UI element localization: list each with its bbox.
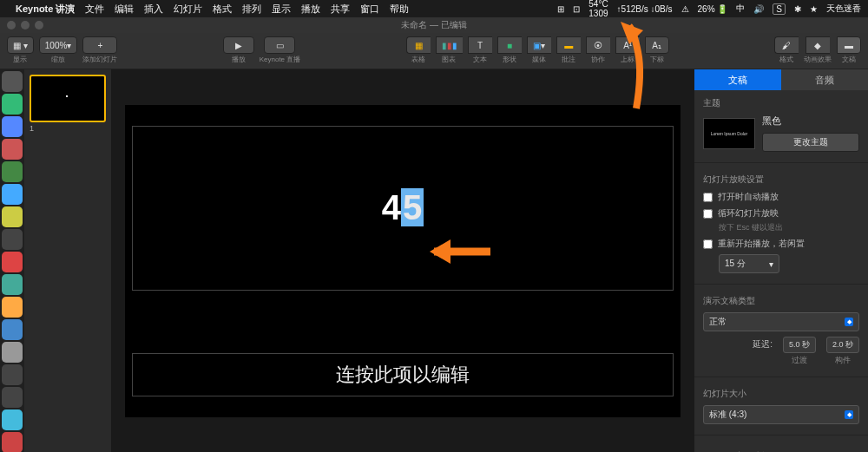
slide-navigator[interactable]: 1 xyxy=(24,69,111,452)
title-text[interactable]: 4 xyxy=(382,188,401,226)
subscript-button[interactable]: A₁下标 xyxy=(645,36,669,64)
loop-checkbox[interactable] xyxy=(703,209,713,219)
dock-app-icon[interactable] xyxy=(2,387,23,408)
macos-dock[interactable] xyxy=(0,69,24,452)
collab-button[interactable]: ⦿协作 xyxy=(586,36,610,64)
chart-button[interactable]: ▮▮▮图表 xyxy=(436,36,463,64)
comment-button[interactable]: ▬批注 xyxy=(556,36,581,64)
slideshow-heading: 幻灯片放映设置 xyxy=(703,174,859,186)
zoom-select[interactable]: 100% ▾缩放 xyxy=(39,36,78,64)
menu-file[interactable]: 文件 xyxy=(85,3,104,16)
dock-app-icon[interactable] xyxy=(2,364,23,385)
traffic-lights[interactable] xyxy=(7,21,43,29)
menu-edit[interactable]: 编辑 xyxy=(115,3,134,16)
dock-app-icon[interactable] xyxy=(2,342,23,363)
play-button[interactable]: ▶播放 xyxy=(223,36,254,64)
dock-app-icon[interactable] xyxy=(2,161,23,182)
selected-text[interactable]: 5 xyxy=(401,188,424,226)
dock-app-icon[interactable] xyxy=(2,94,23,115)
dock-app-icon[interactable] xyxy=(2,229,23,250)
macos-menubar: Keynote 讲演 文件 编辑 插入 幻灯片 格式 排列 显示 播放 共享 窗… xyxy=(0,0,868,17)
superscript-button[interactable]: A¹上标 xyxy=(615,36,640,64)
slide-size-select[interactable]: 标准 (4:3)◆ xyxy=(703,405,859,424)
window-title: 未命名 — 已编辑 xyxy=(401,19,467,31)
dock-app-icon[interactable] xyxy=(2,274,23,295)
presentation-type-select[interactable]: 正常◆ xyxy=(703,312,859,331)
inspector-pane: 文稿 音频 主题 Lorem Ipsum Dolor 黑色 更改主题 幻灯片放映… xyxy=(694,69,868,452)
dock-app-icon[interactable] xyxy=(2,116,23,137)
status-temp: 54°C1309 xyxy=(589,0,608,18)
status-menulet1[interactable]: ⊞ xyxy=(557,4,564,14)
idle-time-select[interactable]: 15 分▾ xyxy=(719,254,779,273)
keynote-live-button[interactable]: ▭Keynote 直播 xyxy=(260,36,301,64)
build-delay[interactable]: 2.0 秒 xyxy=(826,337,859,353)
title-textbox[interactable]: 45 xyxy=(132,126,674,291)
slide-canvas[interactable]: 45 连按此项以编辑 xyxy=(111,69,694,452)
dock-app-icon[interactable] xyxy=(2,71,23,92)
dock-app-icon[interactable] xyxy=(2,409,23,430)
slide-thumbnail[interactable]: 1 xyxy=(30,75,106,122)
dock-app-icon[interactable] xyxy=(2,206,23,227)
window-titlebar: 未命名 — 已编辑 xyxy=(0,17,868,33)
body-textbox[interactable]: 连按此项以编辑 xyxy=(132,353,674,396)
dock-app-icon[interactable] xyxy=(2,319,23,340)
format-pane-button[interactable]: 🖌格式 xyxy=(774,36,799,64)
input-lang[interactable]: 中 xyxy=(736,3,745,15)
dock-app-icon[interactable] xyxy=(2,297,23,318)
restart-checkbox[interactable] xyxy=(703,239,713,249)
toolbar: ▦ ▾显示 100% ▾缩放 +添加幻灯片 ▶播放 ▭Keynote 直播 ▦表… xyxy=(0,33,868,69)
menu-insert[interactable]: 插入 xyxy=(144,3,163,16)
type-heading: 演示文稿类型 xyxy=(703,295,859,307)
autoplay-checkbox[interactable] xyxy=(703,193,713,202)
doc-tab[interactable]: 文稿 xyxy=(694,69,781,90)
menu-play[interactable]: 播放 xyxy=(301,3,320,16)
document-pane-button[interactable]: ▬文稿 xyxy=(837,36,861,64)
theme-heading: 主题 xyxy=(703,97,859,109)
menu-format[interactable]: 格式 xyxy=(213,3,232,16)
body-placeholder[interactable]: 连按此项以编辑 xyxy=(336,362,470,388)
slide[interactable]: 45 连按此项以编辑 xyxy=(125,105,681,417)
menu-help[interactable]: 帮助 xyxy=(390,3,409,16)
menu-share[interactable]: 共享 xyxy=(331,3,350,16)
text-button[interactable]: T文本 xyxy=(468,36,492,64)
battery-status[interactable]: 26% 🔋 xyxy=(698,4,728,14)
dock-app-icon[interactable] xyxy=(2,432,23,452)
loop-hint: 按下 Esc 键以退出 xyxy=(719,222,859,233)
app-name[interactable]: Keynote 讲演 xyxy=(16,3,75,16)
bluetooth-icon[interactable]: ✱ xyxy=(794,4,801,14)
dock-app-icon[interactable] xyxy=(2,139,23,160)
media-button[interactable]: ▣ ▾媒体 xyxy=(527,36,551,64)
status-menulet2[interactable]: ⊡ xyxy=(573,4,580,14)
transition-delay[interactable]: 5.0 秒 xyxy=(783,337,816,353)
add-slide-button[interactable]: +添加幻灯片 xyxy=(82,36,117,64)
table-button[interactable]: ▦表格 xyxy=(406,36,431,64)
star-icon[interactable]: ★ xyxy=(810,4,818,14)
clock[interactable]: 天色迷香 xyxy=(826,3,861,15)
status-network: ↑512B/s ↓0B/s xyxy=(617,4,673,14)
shape-button[interactable]: ■形状 xyxy=(497,36,522,64)
dock-app-icon[interactable] xyxy=(2,252,23,272)
theme-name: 黑色 xyxy=(762,115,859,128)
size-heading: 幻灯片大小 xyxy=(703,388,859,400)
menu-arrange[interactable]: 排列 xyxy=(242,3,261,16)
sound-icon[interactable]: 🔊 xyxy=(753,4,764,14)
wifi-icon[interactable]: ⚠ xyxy=(681,4,689,14)
menu-slide[interactable]: 幻灯片 xyxy=(174,3,202,16)
change-theme-button[interactable]: 更改主题 xyxy=(762,133,859,152)
theme-preview: Lorem Ipsum Dolor xyxy=(703,118,755,149)
menu-window[interactable]: 窗口 xyxy=(360,3,379,16)
animate-pane-button[interactable]: ◆动画效果 xyxy=(804,36,832,64)
dock-app-icon[interactable] xyxy=(2,184,23,205)
status-s[interactable]: S xyxy=(773,3,786,15)
audio-tab[interactable]: 音频 xyxy=(781,69,868,90)
view-button[interactable]: ▦ ▾显示 xyxy=(7,36,34,64)
menu-view[interactable]: 显示 xyxy=(272,3,291,16)
